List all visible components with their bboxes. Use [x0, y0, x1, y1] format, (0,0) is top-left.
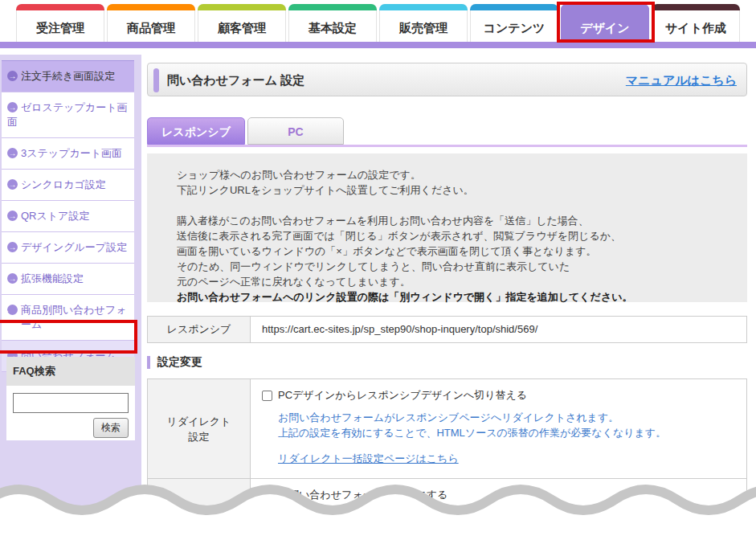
sidebar-item-label: QRストア設定	[21, 210, 89, 222]
sidebar-item-qr-store[interactable]: →QRストア設定	[2, 201, 134, 232]
sidebar-item-label: ゼロステップカート画面	[7, 101, 127, 128]
display-description: 無効にすると、お問い合わせフォームは非表示となります。	[278, 525, 738, 540]
tab-label: コンテンツ	[471, 21, 558, 36]
check-icon: ✓	[264, 491, 271, 501]
tab-color-strip	[561, 4, 649, 10]
arrow-icon: →	[7, 211, 18, 221]
sidebar-item-label: 注文手続き画面設定	[21, 70, 115, 82]
sidebar-item-label: 商品別問い合わせフォーム	[21, 304, 127, 330]
sidebar-item-label: 拡張機能設定	[21, 272, 84, 284]
display-checkbox-checked[interactable]: ✓	[262, 490, 272, 501]
info-blank-line	[177, 198, 731, 213]
page-title: 問い合わせフォーム 設定	[167, 73, 304, 88]
info-bold-line: お問い合わせフォームへのリンク設置の際は「別ウィンドウで開く」指定を追加してくだ…	[177, 289, 731, 305]
faq-search-body: 検索	[6, 386, 135, 440]
tab-color-strip	[379, 4, 468, 10]
redirect-settings-row: リダイレクト 設定 PCデザインからレスポンシブデザインへ切り替える お問い合わ…	[148, 379, 746, 478]
faq-search-button[interactable]: 検索	[93, 418, 129, 438]
page-header-bar: 問い合わせフォーム 設定 マニュアルはこちら	[147, 63, 747, 96]
label-line: リダイレクト	[167, 414, 231, 429]
subtab-pc[interactable]: PC	[247, 117, 344, 145]
responsive-url-row: レスポンシブ https://cart.ec-sites.jp/sp_step9…	[147, 316, 747, 343]
info-line: そのため、同一ウィンドウでリンクしてしまうと、問い合わせ直前に表示していた	[177, 259, 731, 274]
tab-customer-management[interactable]: 顧客管理	[198, 4, 286, 42]
sidebar: →注文手続き画面設定 →ゼロステップカート画面 →3ステップカート画面 →シンク…	[0, 55, 141, 514]
settings-section-heading: 設定変更	[147, 354, 747, 371]
tab-design[interactable]: デザイン	[561, 4, 649, 42]
header-accent-bar	[153, 68, 159, 92]
redirect-description: 上記の設定を有効にすることで、HTMLソースの張替の作業が必要なくなります。	[278, 425, 738, 440]
info-box: ショップ様へのお問い合わせフォームの設定です。 下記リンクURLをショップサイト…	[147, 153, 747, 302]
inquiry-form-url: https://cart.ec-sites.jp/sp_step90/shop-…	[251, 317, 746, 342]
section-accent-bar	[147, 356, 150, 369]
tab-color-strip	[16, 4, 104, 10]
arrow-icon: →	[7, 273, 18, 284]
tab-contents[interactable]: コンテンツ	[470, 4, 558, 42]
sidebar-item-design-group[interactable]: →デザイングループ設定	[2, 232, 134, 264]
faq-search-title: FAQ検索	[6, 357, 135, 386]
tab-product-management[interactable]: 商品管理	[107, 4, 195, 42]
tab-sales-management[interactable]: 販売管理	[379, 4, 468, 42]
manual-link[interactable]: マニュアルはこちら	[626, 73, 737, 88]
redirect-settings-label: リダイレクト 設定	[148, 379, 251, 478]
sidebar-item-label: 3ステップカート画面	[21, 147, 122, 159]
sidebar-item-extensions[interactable]: →拡張機能設定	[2, 264, 134, 295]
tab-label: 商品管理	[108, 21, 194, 36]
arrow-icon: →	[7, 305, 18, 315]
sidebar-item-label: シンクロカゴ設定	[21, 178, 106, 190]
tab-color-strip	[288, 4, 377, 10]
redirect-checkbox[interactable]	[262, 391, 272, 401]
info-line: ショップ様へのお問い合わせフォームの設定です。	[177, 167, 731, 182]
faq-search-panel: FAQ検索 検索	[6, 357, 135, 440]
display-description: 有効時は、URLにアクセスするとお問い合わせフォームが利用可能な状態です。	[278, 509, 738, 525]
tab-color-strip	[107, 4, 195, 10]
active-tab-band	[0, 42, 756, 48]
sidebar-item-zero-step-cart[interactable]: →ゼロステップカート画面	[2, 92, 134, 138]
sidebar-item-label: デザイングループ設定	[21, 241, 127, 253]
sidebar-item-synchro-cart[interactable]: →シンクロカゴ設定	[2, 170, 134, 201]
faq-search-input[interactable]	[13, 393, 129, 413]
redirect-description: お問い合わせフォームがレスポンシブページへリダイレクトされます。	[278, 410, 738, 425]
subtab-underline	[147, 145, 747, 147]
sidebar-item-3-step-cart[interactable]: →3ステップカート画面	[2, 138, 134, 170]
arrow-icon: →	[7, 102, 18, 112]
tab-label: 受注管理	[17, 21, 104, 36]
arrow-icon: →	[7, 71, 18, 81]
sidebar-item-order-screen-settings[interactable]: →注文手続き画面設定	[2, 61, 134, 92]
tab-label: サイト作成	[652, 21, 739, 36]
sidebar-item-product-inquiry-form[interactable]: →商品別問い合わせフォーム	[2, 295, 134, 341]
arrow-icon: →	[7, 148, 18, 158]
display-checkbox-label: お問い合わせフォームを有効にする	[278, 488, 447, 502]
tab-color-strip	[652, 4, 740, 10]
subtab-responsive[interactable]: レスポンシブ	[147, 117, 245, 145]
redirect-settings-content: PCデザインからレスポンシブデザインへ切り替える お問い合わせフォームがレスポン…	[251, 379, 746, 478]
settings-table: リダイレクト 設定 PCデザインからレスポンシブデザインへ切り替える お問い合わ…	[147, 378, 747, 540]
tab-color-strip	[198, 4, 286, 10]
tab-label: 販売管理	[380, 21, 467, 36]
tab-basic-settings[interactable]: 基本設定	[288, 4, 377, 42]
url-row-label: レスポンシブ	[148, 317, 251, 342]
display-settings-row: 表示設定 ✓ お問い合わせフォームを有効にする 有効時は、URLにアクセスすると…	[148, 478, 746, 540]
info-line: 元のページへ正常に戻れなくなってしまいます。	[177, 274, 731, 289]
display-settings-content: ✓ お問い合わせフォームを有効にする 有効時は、URLにアクセスするとお問い合わ…	[251, 479, 746, 540]
sidebar-menu: →注文手続き画面設定 →ゼロステップカート画面 →3ステップカート画面 →シンク…	[2, 60, 134, 372]
admin-page: 受注管理 商品管理 顧客管理 基本設定 販売管理 コンテンツ デザイン サイト作…	[0, 0, 756, 540]
top-navigation: 受注管理 商品管理 顧客管理 基本設定 販売管理 コンテンツ デザイン サイト作…	[0, 0, 756, 42]
info-line: 画面を開いているウィンドウの「×」ボタンなどで表示画面を閉じて頂く事となります。	[177, 243, 731, 259]
tab-label: デザイン	[562, 21, 648, 36]
info-line: 下記リンクURLをショップサイトへ設置してご利用ください。	[177, 182, 731, 198]
display-settings-label: 表示設定	[148, 479, 251, 540]
label-line: 表示設定	[178, 534, 220, 540]
label-line: 設定	[189, 429, 210, 444]
redirect-batch-settings-link[interactable]: リダイレクト一括設定ページはこちら	[278, 452, 459, 466]
redirect-checkbox-label: PCデザインからレスポンシブデザインへ切り替える	[278, 388, 527, 403]
tab-color-strip	[470, 4, 558, 10]
tab-site-creation[interactable]: サイト作成	[652, 4, 740, 42]
info-line: 送信後に表示される完了画面では「閉じる」ボタンが表示されず、閲覧ブラウザを閉じる…	[177, 228, 731, 243]
arrow-icon: →	[7, 242, 18, 252]
arrow-icon: →	[7, 179, 18, 190]
main-content: 問い合わせフォーム 設定 マニュアルはこちら レスポンシブ PC ショップ様への…	[147, 55, 747, 540]
tab-order-management[interactable]: 受注管理	[16, 4, 104, 42]
section-title: 設定変更	[157, 355, 202, 370]
tab-label: 基本設定	[289, 21, 376, 36]
